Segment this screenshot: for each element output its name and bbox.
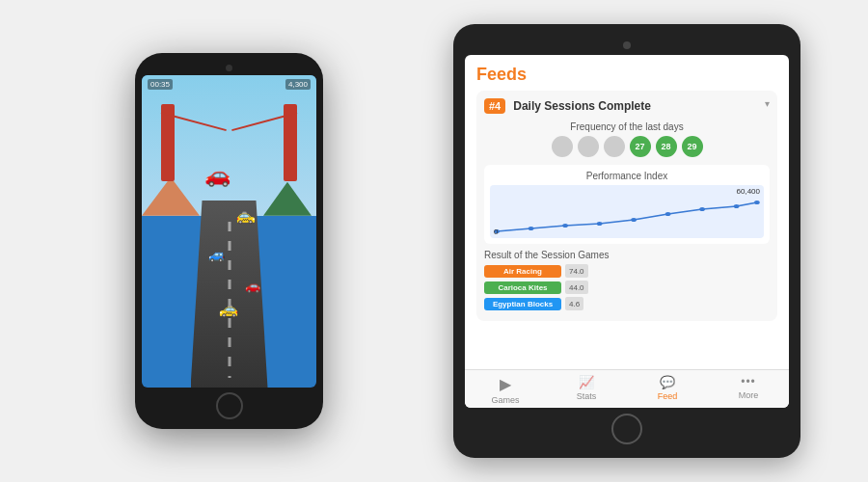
- tablet-home-button[interactable]: [611, 414, 642, 444]
- freq-dot-6: 29: [682, 136, 703, 157]
- car-orange: 🚗: [204, 163, 231, 188]
- svg-point-1: [529, 227, 534, 230]
- nav-more-label: More: [739, 390, 759, 400]
- stats-icon: 📈: [579, 375, 594, 389]
- car-player: 🚕: [219, 300, 238, 318]
- feeds-card: #4 Daily Sessions Complete ▾ Frequency o…: [476, 91, 777, 321]
- rank-badge: #4: [484, 98, 505, 114]
- svg-point-7: [734, 204, 740, 208]
- car-yellow: 🚕: [236, 206, 256, 225]
- freq-dot-3: [604, 136, 625, 157]
- phone-screen: 🚗 🚕 🚙 🚗 🚕 00:35 4,300: [142, 75, 316, 388]
- game-score-1: 74.0: [565, 264, 588, 278]
- frequency-label: Frequency of the last days: [484, 121, 770, 132]
- nav-stats[interactable]: 📈 Stats: [546, 375, 627, 405]
- nav-feed-label: Feed: [658, 391, 678, 401]
- nav-games-label: Games: [491, 395, 519, 405]
- svg-point-2: [562, 224, 568, 228]
- more-icon: •••: [741, 375, 756, 388]
- performance-chart: 60,400 0: [490, 185, 764, 238]
- svg-point-5: [665, 212, 671, 216]
- freq-dot-4: 27: [630, 136, 651, 157]
- game-row-3: Egyptian Blocks 4.6: [484, 297, 770, 310]
- bottom-nav: ▶ Games 📈 Stats 💬 Feed ••• More: [465, 369, 789, 408]
- freq-dot-1: [552, 136, 573, 157]
- chevron-down-icon[interactable]: ▾: [765, 98, 770, 109]
- game-row-1: Air Racing 74.0: [484, 264, 770, 278]
- tablet-device: Feeds #4 Daily Sessions Complete ▾ Frequ…: [453, 24, 800, 458]
- chart-max-label: 60,400: [737, 187, 760, 196]
- game-score-3: 4.6: [565, 297, 583, 310]
- svg-point-8: [754, 201, 760, 204]
- freq-dot-5: 28: [656, 136, 677, 157]
- phone-camera: [226, 65, 232, 71]
- card-header: #4 Daily Sessions Complete ▾: [484, 98, 770, 114]
- svg-point-3: [597, 222, 603, 226]
- session-label: Result of the Session Games: [484, 250, 770, 260]
- feed-icon: 💬: [660, 375, 675, 389]
- tablet-camera: [623, 41, 631, 49]
- game-label-1: Air Racing: [484, 265, 561, 278]
- svg-point-6: [699, 207, 705, 211]
- game-label-2: Carioca Kites: [484, 281, 561, 294]
- performance-section: Performance Index: [484, 165, 770, 244]
- nav-more[interactable]: ••• More: [708, 375, 789, 405]
- nav-feed[interactable]: 💬 Feed: [627, 375, 708, 405]
- game-score-2: 44.0: [565, 281, 588, 294]
- game-row-2: Carioca Kites 44.0: [484, 281, 770, 294]
- performance-label: Performance Index: [490, 171, 764, 181]
- hud-score: 4,300: [285, 79, 311, 90]
- tablet-screen: Feeds #4 Daily Sessions Complete ▾ Frequ…: [465, 55, 789, 408]
- nav-games[interactable]: ▶ Games: [465, 375, 546, 405]
- tablet-content: Feeds #4 Daily Sessions Complete ▾ Frequ…: [465, 55, 789, 369]
- games-icon: ▶: [500, 375, 511, 393]
- svg-point-4: [631, 218, 637, 222]
- game-label-3: Egyptian Blocks: [484, 298, 561, 310]
- card-title: Daily Sessions Complete: [513, 99, 651, 113]
- freq-dot-2: [578, 136, 599, 157]
- main-scene: Feeds #4 Daily Sessions Complete ▾ Frequ…: [39, 14, 829, 468]
- chart-min-label: 0: [494, 228, 498, 236]
- car-pink: 🚙: [208, 247, 225, 262]
- phone-device: 🚗 🚕 🚙 🚗 🚕 00:35 4,300: [135, 53, 323, 429]
- phone-home-button[interactable]: [216, 392, 243, 419]
- page-title: Feeds: [476, 65, 777, 85]
- hud-timer: 00:35: [148, 79, 173, 90]
- car-small: 🚗: [245, 279, 260, 293]
- nav-stats-label: Stats: [577, 391, 597, 401]
- frequency-dots: 27 28 29: [484, 136, 770, 157]
